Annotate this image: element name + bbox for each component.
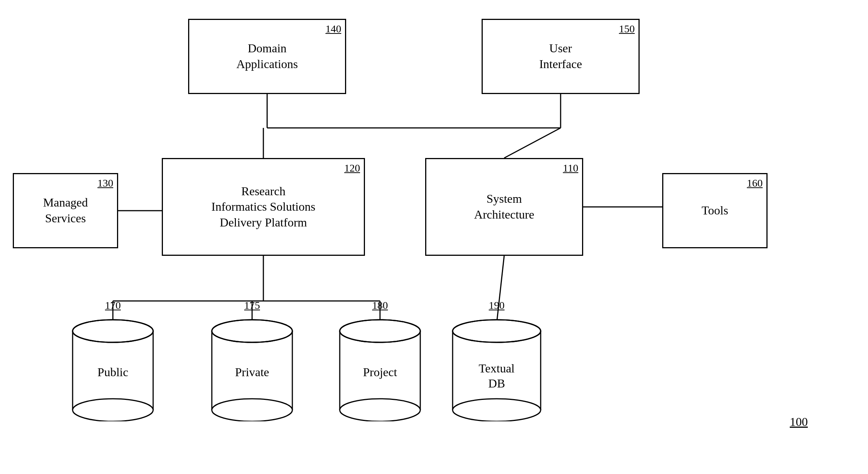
svg-point-17	[73, 399, 153, 421]
tools-label: Tools	[702, 203, 728, 219]
ref-120: 120	[344, 161, 360, 175]
svg-text:Project: Project	[363, 365, 397, 379]
diagram-container: 140 DomainApplications 150 UserInterface…	[0, 0, 868, 474]
research-informatics-label: ResearchInformatics SolutionsDelivery Pl…	[211, 184, 315, 231]
private-cylinder: 175 Private	[211, 316, 293, 421]
svg-text:Public: Public	[97, 365, 128, 379]
svg-text:DB: DB	[488, 377, 505, 390]
svg-line-12	[497, 256, 504, 324]
ref-150: 150	[619, 22, 635, 36]
ref-190: 190	[489, 299, 505, 311]
svg-line-4	[504, 128, 561, 158]
svg-text:Textual: Textual	[479, 362, 515, 375]
ref-140: 140	[325, 22, 341, 36]
ref-110: 110	[563, 161, 578, 175]
ref-170: 170	[105, 299, 121, 311]
project-cylinder: 180 Project	[339, 316, 421, 421]
tools-box: 160 Tools	[662, 173, 768, 248]
public-cylinder: 170 Public	[71, 316, 154, 421]
svg-point-24	[212, 399, 292, 421]
research-informatics-box: 120 ResearchInformatics SolutionsDeliver…	[162, 158, 365, 256]
managed-services-box: 130 ManagedServices	[13, 173, 118, 248]
system-architecture-label: SystemArchitecture	[474, 191, 534, 222]
domain-applications-box: 140 DomainApplications	[188, 19, 346, 94]
system-architecture-box: 110 SystemArchitecture	[425, 158, 583, 256]
user-interface-box: 150 UserInterface	[482, 19, 640, 94]
textual-db-cylinder: 190 Textual DB	[451, 316, 542, 421]
ref-100: 100	[790, 415, 808, 429]
svg-point-38	[453, 399, 541, 421]
managed-services-label: ManagedServices	[43, 195, 88, 226]
ref-160: 160	[747, 176, 763, 190]
domain-applications-label: DomainApplications	[236, 41, 298, 72]
ref-130: 130	[97, 176, 113, 190]
svg-text:Private: Private	[235, 365, 269, 379]
svg-point-31	[340, 399, 420, 421]
user-interface-label: UserInterface	[539, 41, 582, 72]
ref-175: 175	[244, 299, 260, 311]
ref-180: 180	[372, 299, 388, 311]
